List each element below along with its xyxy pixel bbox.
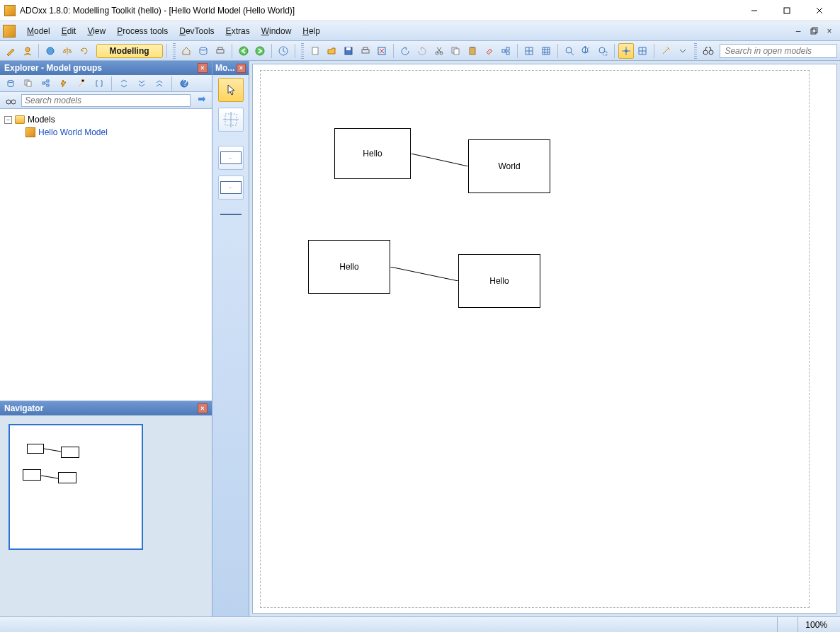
palette-container-tool[interactable] <box>218 108 244 132</box>
close-model-icon[interactable] <box>375 43 390 59</box>
menu-edit[interactable]: Edit <box>56 24 82 38</box>
minimize-button[interactable] <box>738 1 771 21</box>
explorer-search-input[interactable] <box>21 94 191 107</box>
mdi-minimize-button[interactable]: – <box>790 23 806 39</box>
help-icon[interactable]: ? <box>176 76 192 91</box>
palette-title: Mo... <box>215 63 235 73</box>
navigator-viewport[interactable] <box>8 424 143 550</box>
svg-rect-53 <box>42 82 45 84</box>
navigator-title: Navigator <box>4 403 43 413</box>
bolt-icon[interactable] <box>56 76 72 91</box>
app-menu-icon[interactable] <box>3 25 16 38</box>
toolbar-grip[interactable] <box>173 43 176 59</box>
tree-icon[interactable] <box>38 76 54 91</box>
new-icon[interactable] <box>307 43 323 59</box>
go-forward-icon[interactable] <box>252 43 268 59</box>
edit-icon[interactable] <box>3 43 18 59</box>
grid-icon[interactable] <box>635 43 651 59</box>
diagram-edge[interactable] <box>390 267 458 281</box>
tools-icon[interactable] <box>74 76 89 91</box>
eraser-icon[interactable] <box>482 43 497 59</box>
user-icon[interactable] <box>20 43 35 59</box>
generate-icon[interactable] <box>499 43 514 59</box>
mode-button[interactable]: Modelling <box>96 44 163 58</box>
palette-connector-tool[interactable] <box>220 214 242 215</box>
menu-extras[interactable]: Extras <box>220 24 256 38</box>
menu-view[interactable]: View <box>81 24 111 38</box>
zoom-icon[interactable] <box>562 43 577 59</box>
navigator-node <box>58 472 76 483</box>
mdi-close-button[interactable]: × <box>822 23 837 39</box>
paste-icon[interactable] <box>465 43 480 59</box>
binoculars-icon[interactable] <box>700 43 716 59</box>
copy-icon[interactable] <box>448 43 463 59</box>
tree-root[interactable]: − Models <box>4 113 208 126</box>
explorer-close-icon[interactable]: × <box>198 63 208 73</box>
svg-line-61 <box>41 476 58 478</box>
svg-point-39 <box>566 47 572 53</box>
home-icon[interactable] <box>179 43 195 59</box>
print-icon[interactable] <box>212 43 228 59</box>
toolbar-grip[interactable] <box>301 43 304 59</box>
collapse-all-icon[interactable] <box>152 76 167 91</box>
wand-icon[interactable] <box>658 43 674 59</box>
canvas-scroll[interactable]: HelloWorldHelloHello <box>252 64 837 614</box>
diagram-node[interactable]: Hello <box>458 254 540 308</box>
menu-process-tools[interactable]: Process tools <box>111 24 174 38</box>
navigator-close-icon[interactable]: × <box>198 403 208 413</box>
db-icon[interactable] <box>195 43 211 59</box>
binoculars-icon[interactable] <box>3 93 18 108</box>
menu-model[interactable]: Model <box>21 24 56 38</box>
svg-rect-28 <box>502 50 505 52</box>
tree-item-model[interactable]: Hello World Model <box>4 126 208 139</box>
snap-icon[interactable] <box>618 43 634 59</box>
zoom-region-icon[interactable] <box>595 43 611 59</box>
palette-close-icon[interactable]: × <box>237 64 246 73</box>
print2-icon[interactable] <box>358 43 373 59</box>
menu-window[interactable]: Window <box>256 24 297 38</box>
refresh-icon[interactable] <box>76 43 92 59</box>
palette-box-tool-2[interactable]: ⋯ <box>218 176 244 200</box>
go-back-icon[interactable] <box>236 43 251 59</box>
maximize-button[interactable] <box>771 1 803 21</box>
scales-icon[interactable] <box>59 43 75 59</box>
dropdown-icon[interactable] <box>675 43 691 59</box>
undo-icon[interactable] <box>397 43 413 59</box>
open-icon[interactable] <box>324 43 339 59</box>
toolbar-grip[interactable] <box>694 43 697 59</box>
svg-rect-9 <box>217 50 224 53</box>
diagram-node[interactable]: World <box>468 139 550 193</box>
cut-icon[interactable] <box>431 43 447 59</box>
table-icon[interactable] <box>538 43 554 59</box>
collapse-icon[interactable] <box>116 76 132 91</box>
copy-icon[interactable] <box>21 76 36 91</box>
svg-line-40 <box>571 52 574 55</box>
svg-point-8 <box>200 47 207 50</box>
save-icon[interactable] <box>341 43 356 59</box>
db-icon[interactable] <box>3 76 18 91</box>
folder-icon <box>15 115 25 124</box>
clock-icon[interactable] <box>276 43 291 59</box>
close-button[interactable] <box>803 1 836 21</box>
diagram-edge[interactable] <box>411 154 468 166</box>
mdi-restore-button[interactable] <box>806 23 822 39</box>
globe-icon[interactable] <box>42 43 58 59</box>
toolbar-search-input[interactable]: Search in open models <box>720 44 837 58</box>
palette-box-tool-1[interactable]: ⋯ <box>218 146 244 170</box>
explorer-toolbar: ? <box>0 75 212 92</box>
menu-help[interactable]: Help <box>297 24 326 38</box>
bracket-icon[interactable] <box>91 76 107 91</box>
palette-pointer-tool[interactable] <box>218 78 244 102</box>
zoom-fit-icon[interactable]: 1:1 <box>578 43 594 59</box>
diagram-node[interactable]: Hello <box>308 240 390 294</box>
menu-devtools[interactable]: DevTools <box>174 24 220 38</box>
svg-rect-17 <box>362 50 369 53</box>
redo-icon[interactable] <box>414 43 430 59</box>
grid-toggle-icon[interactable] <box>521 43 537 59</box>
explorer-tree[interactable]: − Models Hello World Model <box>0 109 212 401</box>
status-zoom[interactable]: 100% <box>798 617 834 632</box>
expand-all-icon[interactable] <box>134 76 149 91</box>
diagram-node[interactable]: Hello <box>334 128 411 179</box>
search-go-icon[interactable] <box>193 93 209 108</box>
tree-collapse-icon[interactable]: − <box>4 116 12 124</box>
